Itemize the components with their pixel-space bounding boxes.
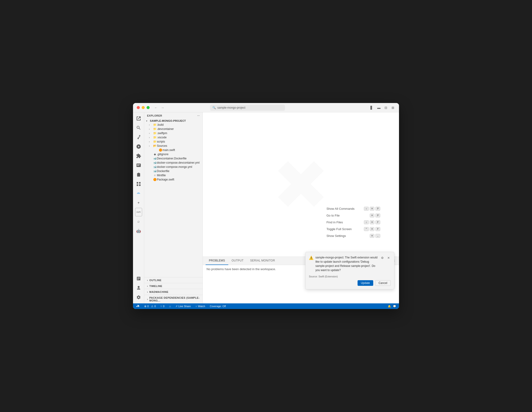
update-button[interactable]: Update: [358, 280, 373, 286]
notification-close-btn[interactable]: ✕: [386, 255, 391, 260]
status-git[interactable]: ⑂ 0: [160, 303, 165, 309]
sidebar: EXPLORER ··· ▾ SAMPLE-MONGO-PROJECT › 📁 …: [144, 112, 203, 303]
tree-item-package-swift[interactable]: 🟠 Package.swift: [144, 178, 202, 182]
file-name-docker-compose-mongo: docker-compose.mongo.yml: [157, 165, 192, 169]
key-badge: ⌘: [370, 207, 375, 211]
tree-item-sources[interactable]: › 📂 Sources: [144, 144, 202, 148]
activity-api[interactable]: /API: [135, 208, 142, 216]
sidebar-header-actions[interactable]: ···: [197, 114, 200, 117]
tree-item-vscode[interactable]: › 📁 .vscode: [144, 135, 202, 140]
outline-header[interactable]: › OUTLINE: [144, 277, 202, 283]
window-actions: ▋ ▬ ⊟ ⊞: [370, 105, 395, 110]
warning-count: 0: [154, 305, 156, 308]
activity-copilot[interactable]: ✦: [134, 198, 143, 207]
statusbar: ⊗ 0 ⚠ 0 ⑂ 0 ⌂ ↗ Live Share ○ Watch Cover…: [133, 303, 399, 309]
activity-terminal[interactable]: [134, 274, 143, 283]
search-bar[interactable]: 🔍 sample-mongo-project: [210, 105, 285, 111]
timeline-header[interactable]: › TIMELINE: [144, 283, 202, 289]
folder-icon: 📁: [153, 127, 157, 131]
activity-source-control[interactable]: [134, 133, 143, 141]
sidebar-toggle-button[interactable]: ▋: [370, 105, 374, 110]
status-chat[interactable]: 💬: [392, 305, 397, 308]
madmachine-section: › MADMACHINE: [144, 289, 202, 295]
command-label: Toggle Full Screen: [326, 227, 352, 231]
activity-testing[interactable]: [134, 170, 143, 179]
minimize-button[interactable]: [142, 106, 145, 109]
command-keys: ⇧ ⌘ F: [364, 220, 380, 224]
status-logo[interactable]: [135, 303, 141, 309]
swift-file-icon: 🟠: [153, 178, 157, 181]
live-share-icon: ↗: [175, 305, 178, 308]
file-name-swiftpm: .swiftpm: [157, 131, 167, 135]
activity-account[interactable]: [134, 284, 143, 292]
editor-welcome: Show All Commands ⇧ ⌘ P Go to File ⌘ P: [203, 112, 399, 257]
titlebar: ← → 🔍 sample-mongo-project ▋ ▬ ⊟ ⊞: [133, 103, 399, 112]
command-label: Show All Commands: [326, 207, 354, 210]
status-errors[interactable]: ⊗ 0 ⚠ 0: [143, 303, 157, 309]
mint-file-icon: ≡: [153, 174, 157, 177]
tree-item-dockerfile[interactable]: 🐋 Dockerfile: [144, 169, 202, 173]
key-badge: F: [375, 227, 380, 231]
back-button[interactable]: ←: [153, 105, 159, 110]
forward-button[interactable]: →: [160, 105, 165, 110]
tab-problems[interactable]: PROBLEMS: [206, 257, 228, 265]
tree-item-scripts[interactable]: › 📁 scripts: [144, 140, 202, 144]
madmachine-header[interactable]: › MADMACHINE: [144, 289, 202, 295]
status-watch[interactable]: ○ Watch: [195, 303, 206, 309]
file-name-mintfile: Mintfile: [157, 174, 166, 177]
live-share-label: Live Share: [178, 305, 191, 308]
tree-item-root[interactable]: ▾ SAMPLE-MONGO-PROJECT: [144, 119, 202, 123]
tree-item-build[interactable]: › 📁 .build: [144, 123, 202, 127]
file-tree: ▾ SAMPLE-MONGO-PROJECT › 📁 .build › 📁 .d…: [144, 119, 202, 277]
activity-search[interactable]: [134, 124, 143, 132]
cancel-button[interactable]: Cancel: [375, 280, 391, 286]
activity-docker[interactable]: [134, 189, 143, 197]
file-name-docker-compose-devcontainer: docker-compose.devcontainer.yml: [157, 161, 200, 164]
command-keys: ^ ⌘ F: [364, 227, 380, 231]
activity-robot[interactable]: 🤖: [134, 227, 143, 235]
status-coverage[interactable]: Coverage: Off: [209, 303, 227, 309]
status-bell[interactable]: 🔔: [387, 305, 392, 308]
tree-item-docker-compose-mongo[interactable]: 🐋 docker-compose.mongo.yml: [144, 165, 202, 169]
activity-remote-containers[interactable]: [134, 180, 143, 188]
activity-search2[interactable]: ⌕: [134, 217, 143, 226]
tree-item-main-swift[interactable]: 🟠 main.swift: [144, 148, 202, 152]
layout-button[interactable]: ⊟: [384, 105, 388, 110]
tree-item-devcontainer-dockerfile[interactable]: 🐋 Devcontainer.Dockerfile: [144, 156, 202, 160]
status-home[interactable]: ⌂: [168, 303, 172, 309]
file-name-build: .build: [157, 123, 164, 126]
timeline-section: › TIMELINE: [144, 283, 202, 289]
activity-remote-explorer[interactable]: [134, 161, 143, 169]
status-live-share[interactable]: ↗ Live Share: [174, 303, 192, 309]
file-name-scripts: scripts: [157, 140, 165, 143]
tree-item-devcontainer[interactable]: › 📁 .devcontainer: [144, 127, 202, 131]
home-icon: ⌂: [169, 305, 171, 308]
grid-button[interactable]: ⊞: [390, 105, 395, 110]
command-keys: ⌘ ,: [370, 234, 380, 238]
maximize-button[interactable]: [147, 106, 150, 109]
project-name: SAMPLE-MONGO-PROJECT: [150, 119, 186, 122]
chevron-right-icon: ›: [147, 285, 148, 288]
activity-run-debug[interactable]: [134, 142, 143, 151]
tab-output[interactable]: OUTPUT: [228, 257, 247, 265]
command-go-to-file: Go to File ⌘ P: [326, 214, 380, 217]
tree-item-mintfile[interactable]: ≡ Mintfile: [144, 173, 202, 178]
key-badge: P: [375, 214, 380, 217]
activity-settings[interactable]: [134, 293, 143, 301]
coverage-label: Coverage: Off: [210, 305, 226, 308]
close-button[interactable]: [137, 106, 140, 109]
tree-item-docker-compose-devcontainer[interactable]: 🐋 docker-compose.devcontainer.yml: [144, 160, 202, 165]
key-badge: ⇧: [364, 220, 369, 224]
panel-toggle-button[interactable]: ▬: [377, 105, 381, 110]
file-name-main-swift: main.swift: [162, 149, 175, 152]
tree-item-gitignore[interactable]: ◆ .gitignore: [144, 152, 202, 156]
tree-item-swiftpm[interactable]: › 📁 .swiftpm: [144, 131, 202, 135]
command-show-all: Show All Commands ⇧ ⌘ P: [326, 207, 380, 211]
package-deps-header[interactable]: › PACKAGE DEPENDENCIES (SAMPLE-MONG...: [144, 295, 202, 303]
notification-settings-btn[interactable]: ⚙: [380, 255, 385, 260]
activity-extensions[interactable]: [134, 152, 143, 160]
tab-serial-monitor[interactable]: SERIAL MONITOR: [247, 257, 278, 265]
key-badge: ⌘: [370, 220, 375, 224]
activity-explorer[interactable]: [134, 114, 143, 123]
no-problems-text: No problems have been detected in the wo…: [207, 267, 276, 271]
